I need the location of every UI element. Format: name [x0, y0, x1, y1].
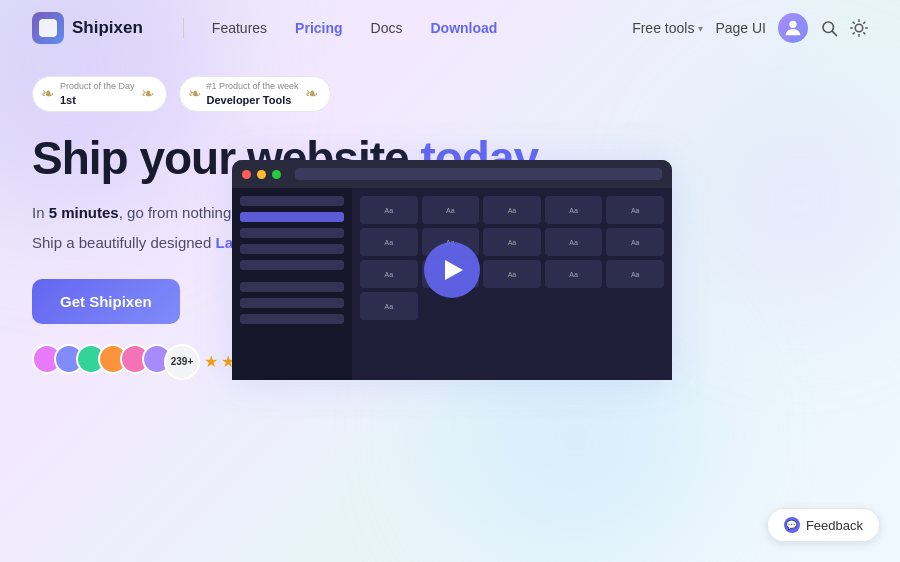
- award-rank-1: 1st: [60, 93, 135, 107]
- preview-card-13: Aa: [483, 260, 541, 288]
- sidebar-section-2: [240, 282, 344, 324]
- play-triangle-icon: [445, 260, 463, 280]
- hero-sub2-prefix: Ship a beautifully designed: [32, 234, 215, 251]
- awards-row: ❧ Product of the Day 1st ❧ ❧ #1 Product …: [32, 76, 868, 112]
- feedback-icon: 💬: [784, 517, 800, 533]
- brand-logo: [32, 12, 64, 44]
- svg-point-0: [789, 21, 796, 28]
- count-badge: 239+: [164, 344, 200, 380]
- sidebar-item-2: [240, 212, 344, 222]
- award-text-1: Product of the Day 1st: [60, 81, 135, 107]
- hero-sub1-prefix: In: [32, 204, 49, 221]
- brand-logo-inner: [39, 19, 57, 37]
- preview-card-15: Aa: [606, 260, 664, 288]
- star-1: ★: [204, 352, 219, 371]
- preview-card-10: Aa: [606, 228, 664, 256]
- svg-line-2: [832, 31, 836, 35]
- cta-button[interactable]: Get Shipixen: [32, 279, 180, 324]
- preview-card-3: Aa: [483, 196, 541, 224]
- svg-line-7: [864, 33, 865, 34]
- play-button[interactable]: [424, 242, 480, 298]
- preview-window: Aa Aa Aa Aa Aa Aa Aa Aa Aa Aa Aa Aa Aa A…: [232, 160, 672, 380]
- preview-card-9: Aa: [545, 228, 603, 256]
- nav-item-download[interactable]: Download: [430, 19, 497, 37]
- svg-line-11: [864, 22, 865, 23]
- preview-card-2: Aa: [422, 196, 480, 224]
- laurel-icon-2: ❧: [188, 84, 201, 103]
- feedback-button[interactable]: 💬 Feedback: [767, 508, 880, 542]
- award-label-2: #1 Product of the week: [207, 81, 299, 93]
- svg-line-6: [853, 22, 854, 23]
- preview-card-14: Aa: [545, 260, 603, 288]
- dot-red: [242, 170, 251, 179]
- nav-item-features[interactable]: Features: [212, 19, 267, 37]
- topbar-url-bar: [295, 168, 662, 180]
- preview-card-1: Aa: [360, 196, 418, 224]
- brand-name: Shipixen: [72, 18, 143, 38]
- page-ui-label: Page UI: [715, 20, 766, 36]
- page-ui-button[interactable]: Page UI: [715, 20, 766, 36]
- nav-item-pricing[interactable]: Pricing: [295, 19, 342, 37]
- preview-card-8: Aa: [483, 228, 541, 256]
- preview-card-5: Aa: [606, 196, 664, 224]
- sidebar-item-5: [240, 260, 344, 270]
- hero-sub1-bold: 5 minutes: [49, 204, 119, 221]
- brand: Shipixen: [32, 12, 143, 44]
- preview-card-4: Aa: [545, 196, 603, 224]
- sidebar-item-6: [240, 282, 344, 292]
- sidebar-item-3: [240, 228, 344, 238]
- preview-main: Aa Aa Aa Aa Aa Aa Aa Aa Aa Aa Aa Aa Aa A…: [352, 188, 672, 380]
- theme-toggle-button[interactable]: [850, 19, 868, 37]
- laurel-icon-1: ❧: [41, 84, 54, 103]
- laurel-icon-1b: ❧: [141, 84, 154, 103]
- preview-card-6: Aa: [360, 228, 418, 256]
- award-label-1: Product of the Day: [60, 81, 135, 93]
- dot-green: [272, 170, 281, 179]
- award-text-2: #1 Product of the week Developer Tools: [207, 81, 299, 107]
- count-badge-label: 239+: [171, 356, 194, 367]
- avatar[interactable]: [778, 13, 808, 43]
- preview-topbar: [232, 160, 672, 188]
- preview-sidebar: [232, 188, 352, 380]
- preview-card-16: Aa: [360, 292, 418, 320]
- free-tools-button[interactable]: Free tools ▾: [632, 20, 703, 36]
- award-badge-1: ❧ Product of the Day 1st ❧: [32, 76, 167, 112]
- laurel-icon-2b: ❧: [305, 84, 318, 103]
- dot-yellow: [257, 170, 266, 179]
- nav-right: Free tools ▾ Page UI: [632, 13, 868, 43]
- sidebar-item-1: [240, 196, 344, 206]
- sidebar-item-8: [240, 314, 344, 324]
- cta-label: Get Shipixen: [60, 293, 152, 310]
- search-button[interactable]: [820, 19, 838, 37]
- svg-point-3: [855, 24, 863, 32]
- svg-line-10: [853, 33, 854, 34]
- sidebar-item-4: [240, 244, 344, 254]
- nav-links: Features Pricing Docs Download: [212, 19, 498, 37]
- nav-divider: [183, 18, 184, 38]
- avatars-row: 239+: [32, 344, 192, 380]
- navbar: Shipixen Features Pricing Docs Download …: [0, 0, 900, 56]
- chevron-down-icon: ▾: [698, 23, 703, 34]
- free-tools-label: Free tools: [632, 20, 694, 36]
- nav-item-docs[interactable]: Docs: [371, 19, 403, 37]
- award-badge-2: ❧ #1 Product of the week Developer Tools…: [179, 76, 331, 112]
- sidebar-item-7: [240, 298, 344, 308]
- preview-card-11: Aa: [360, 260, 418, 288]
- award-rank-2: Developer Tools: [207, 93, 299, 107]
- feedback-label: Feedback: [806, 518, 863, 533]
